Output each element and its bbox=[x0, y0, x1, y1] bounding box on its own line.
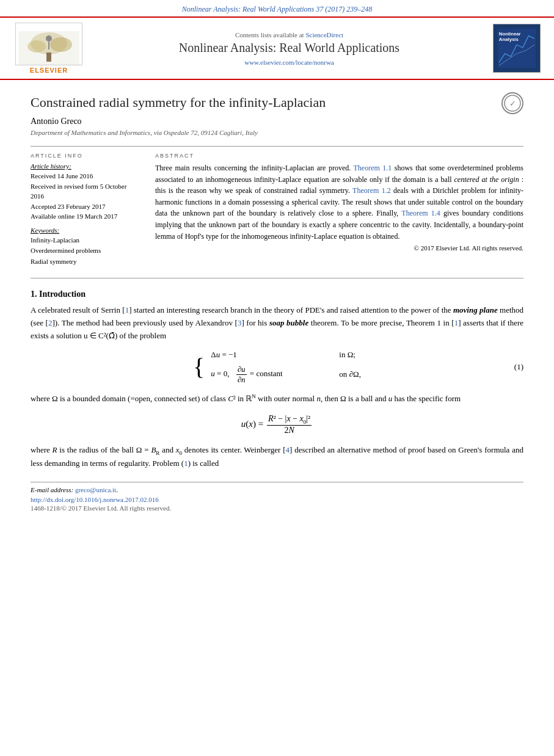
section-1-heading: 1. Introduction bbox=[31, 289, 523, 299]
eq-number-1: (1) bbox=[514, 362, 523, 372]
intro-text-d: ]). The method had been previously used … bbox=[52, 318, 237, 327]
svg-point-4 bbox=[50, 37, 72, 52]
keyword-3: Radial symmetry bbox=[31, 256, 140, 267]
svg-point-3 bbox=[27, 40, 46, 53]
email-link[interactable]: greco@unica.it bbox=[75, 486, 116, 493]
doi-link[interactable]: http://dx.doi.org/10.1016/j.nonrwa.2017.… bbox=[31, 496, 523, 503]
para2-a: where Ω is a bounded domain (=open, conn… bbox=[31, 394, 461, 403]
paper-title: Constrained radial symmetry for the infi… bbox=[31, 95, 326, 111]
eq-line-2-domain: on ∂Ω, bbox=[339, 369, 361, 379]
equation-1: { Δu = −1 in Ω; u = 0, ∂u ∂n bbox=[31, 350, 523, 385]
revised-date: Received in revised form 5 October 2016 bbox=[31, 181, 140, 202]
article-info-heading: ARTICLE INFO bbox=[31, 153, 140, 159]
article-info-abstract: ARTICLE INFO Article history: Received 1… bbox=[31, 146, 523, 278]
para3-d: ) is called bbox=[188, 459, 219, 468]
theorem-1-4-link[interactable]: Theorem 1.4 bbox=[401, 209, 440, 217]
received-date: Received 14 June 2016 bbox=[31, 171, 140, 181]
svg-text:✓: ✓ bbox=[509, 99, 516, 108]
centered-text: centered at the origin bbox=[454, 175, 519, 184]
eq-line-1-left: Δu = −1 bbox=[211, 350, 321, 360]
journal-title: Nonlinear Analysis: Real World Applicati… bbox=[98, 41, 481, 55]
intro-text-e: ] for his bbox=[241, 318, 267, 327]
article-history: Article history: Received 14 June 2016 R… bbox=[31, 162, 140, 222]
main-content: Constrained radial symmetry for the infi… bbox=[0, 80, 554, 524]
eq-line-2-left: u = 0, ∂u ∂n = constant bbox=[211, 365, 321, 385]
intro-text-a: A celebrated result of Serrin [ bbox=[31, 305, 125, 314]
sciencedirect-link[interactable]: ScienceDirect bbox=[305, 31, 343, 38]
elsevier-logo: ELSEVIER bbox=[12, 23, 86, 74]
abstract-intro: Three main results concerning the infini… bbox=[155, 164, 351, 172]
intro-text-f: theorem. To be more precise, Theorem 1 i… bbox=[311, 318, 454, 327]
rights-line: 1468-1218/© 2017 Elsevier Ltd. All right… bbox=[31, 504, 523, 512]
journal-citation: Nonlinear Analysis: Real World Applicati… bbox=[0, 0, 554, 16]
svg-rect-2 bbox=[46, 53, 51, 62]
svg-text:Nonlinear: Nonlinear bbox=[499, 31, 521, 37]
article-info-column: ARTICLE INFO Article history: Received 1… bbox=[31, 153, 140, 272]
affiliation: Department of Mathematics and Informatic… bbox=[31, 129, 326, 136]
history-label: Article history: bbox=[31, 162, 140, 170]
available-date: Available online 19 March 2017 bbox=[31, 211, 140, 222]
formula-u: u(x) = R² − |x − x0|² 2N bbox=[31, 414, 523, 435]
journal-info-center: Contents lists available at ScienceDirec… bbox=[98, 31, 481, 66]
intro-paragraph-1: A celebrated result of Serrin [1] starte… bbox=[31, 304, 523, 342]
eq-line-2: u = 0, ∂u ∂n = constant on ∂Ω, bbox=[211, 365, 361, 385]
intro-paragraph-3: where R is the radius of the ball Ω = BR… bbox=[31, 444, 523, 470]
equation-lines: Δu = −1 in Ω; u = 0, ∂u ∂n = constant bbox=[211, 350, 361, 385]
email-footnote: E-mail address: greco@unica.it. bbox=[31, 486, 523, 493]
journal-cover: Nonlinear Analysis bbox=[493, 24, 542, 73]
crossmark-icon[interactable]: ✓ bbox=[501, 92, 523, 114]
svg-text:Analysis: Analysis bbox=[499, 37, 519, 42]
accepted-date: Accepted 23 February 2017 bbox=[31, 202, 140, 212]
intro-paragraph-2: where Ω is a bounded domain (=open, conn… bbox=[31, 392, 523, 405]
theorem-1-2-link[interactable]: Theorem 1.2 bbox=[352, 186, 391, 195]
title-row: Constrained radial symmetry for the infi… bbox=[31, 90, 523, 146]
theorem-1-1-link[interactable]: Theorem 1.1 bbox=[354, 164, 392, 172]
journal-header: ELSEVIER Contents lists available at Sci… bbox=[0, 16, 554, 80]
para3-a: where R is the radius of the ball Ω = BR… bbox=[31, 445, 286, 454]
footer: E-mail address: greco@unica.it. http://d… bbox=[31, 482, 523, 512]
keywords-label: Keywords: bbox=[31, 227, 140, 234]
contents-available: Contents lists available at ScienceDirec… bbox=[98, 31, 481, 38]
eq-line-1: Δu = −1 in Ω; bbox=[211, 350, 361, 360]
elsevier-wordmark: ELSEVIER bbox=[30, 67, 68, 74]
author-name: Antonio Greco bbox=[31, 117, 326, 126]
intro-text-b: ] started an interesting research branch… bbox=[129, 305, 451, 314]
moving-plane-text: moving plane bbox=[453, 305, 498, 314]
abstract-text: Three main results concerning the infini… bbox=[155, 162, 523, 242]
abstract-heading: ABSTRACT bbox=[155, 153, 523, 159]
eq-line-1-domain: in Ω; bbox=[339, 350, 355, 360]
copyright-line: © 2017 Elsevier Ltd. All rights reserved… bbox=[155, 244, 523, 252]
soap-bubble-text: soap bubble bbox=[269, 318, 308, 327]
keyword-1: Infinity-Laplacian bbox=[31, 235, 140, 246]
journal-url[interactable]: www.elsevier.com/locate/nonrwa bbox=[98, 59, 481, 66]
equation-system: { Δu = −1 in Ω; u = 0, ∂u ∂n bbox=[193, 350, 361, 385]
keywords-section: Keywords: Infinity-Laplacian Overdetermi… bbox=[31, 227, 140, 267]
svg-point-5 bbox=[46, 35, 52, 42]
abstract-column: ABSTRACT Three main results concerning t… bbox=[155, 153, 523, 272]
left-brace: { bbox=[193, 355, 205, 379]
keyword-2: Overdetermined problems bbox=[31, 245, 140, 256]
